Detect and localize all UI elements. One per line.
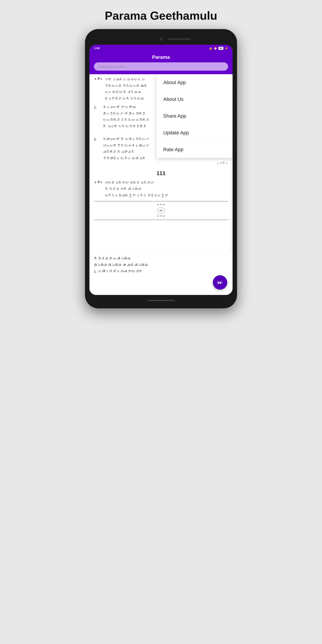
charging-icon: ⚡ [225, 47, 228, 50]
page-number: 68 [157, 207, 165, 214]
second-song-line-2: నీ ప్రేమ జాలి యేసయ్య [105, 186, 228, 192]
bottom-line-3: 1. ఏ యోగత లేదనుచూ నాడు వారే [94, 268, 228, 275]
second-song-refrain-line: ॥పా॥ తల్లికున్నాదా తండ్రికున్నాదా నీ ప్ర… [94, 180, 228, 199]
phone-notch [90, 34, 232, 45]
second-song-refrain-marker: ॥పా॥ [94, 180, 103, 185]
bottom-line-2: యేసయ్య యేసయ్య మా మంచి యేసయ్య [94, 262, 228, 268]
search-placeholder: Search by no or ti... [98, 64, 128, 68]
phone-bottom-bar [90, 297, 232, 304]
second-song-section: ॥పా॥ తల్లికున్నాదా తండ్రికున్నాదా నీ ప్ర… [94, 180, 228, 199]
song-number: 111 [94, 168, 228, 178]
second-song-refrain-text: తల్లికున్నాదా తండ్రికున్నాదా నీ ప్రేమ జా… [105, 180, 228, 199]
ornament-border-top: ❧ ✦ ❧ 68 ❧ ✦ ❧ [94, 201, 228, 220]
app-header-title: Parama [94, 54, 228, 60]
menu-item-about-app[interactable]: About App [156, 74, 232, 91]
menu-item-update-app[interactable]: Update App [156, 124, 232, 141]
phone-frame: 1:54 🔒 ⏰ 55 ⚡ Parama Search by no or ti.… [85, 29, 237, 308]
bottom-content: నీ ప్రేమ లేదు యేసయ్య యేసయ్య యేసయ్య మా మం… [90, 253, 232, 295]
menu-item-rate-app[interactable]: Rate App [156, 141, 232, 158]
verse-1-number: 1. [94, 104, 100, 110]
phone-camera [160, 38, 162, 41]
home-indicator[interactable] [148, 300, 174, 301]
status-time: 1:54 [94, 46, 100, 50]
next-track-button[interactable]: ⏭ [213, 275, 227, 290]
bottom-line-1: నీ ప్రేమ లేదు యేసయ్య [94, 256, 228, 262]
battery-level: 55 [218, 47, 224, 50]
next-track-icon: ⏭ [217, 277, 223, 288]
search-bar[interactable]: Search by no or ti... [94, 62, 228, 71]
main-content: ॥పా॥ గాలి సముద్రపు అలలకు కొట్టబడి నెట్టబ… [90, 74, 232, 253]
menu-item-share-app[interactable]: Share App [156, 108, 232, 124]
app-header: Parama Search by no or ti... [90, 52, 232, 74]
phone-speaker [168, 38, 190, 40]
page-title: Parama Geethamulu [105, 9, 217, 22]
status-bar: 1:54 🔒 ⏰ 55 ⚡ [90, 45, 232, 52]
lock-icon: 🔒 [209, 47, 212, 50]
phone-screen: 1:54 🔒 ⏰ 55 ⚡ Parama Search by no or ti.… [90, 45, 232, 295]
second-song-line-1: తల్లికున్నాదా తండ్రికున్నాదా [105, 180, 228, 186]
refrain-marker: ॥పా॥ [94, 76, 103, 82]
alarm-icon: ⏰ [214, 47, 217, 50]
second-song-line-3: అన్నదమ్ముల్కెైనా కన్న బిడ్డలకెైనా [105, 192, 228, 199]
menu-item-about-us[interactable]: About Us [156, 91, 232, 108]
status-right: 🔒 ⏰ 55 ⚡ [209, 47, 228, 50]
verse-2-number: 2. [94, 136, 100, 142]
dropdown-menu: About App About Us Share App Update App … [156, 74, 232, 158]
